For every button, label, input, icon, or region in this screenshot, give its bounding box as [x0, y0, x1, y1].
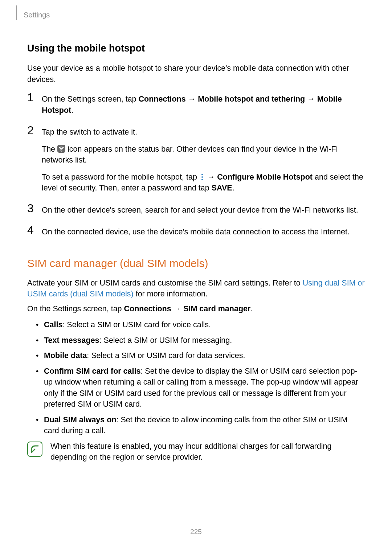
- more-options-icon: [200, 173, 204, 181]
- step-body: Tap the switch to activate it.: [42, 127, 365, 138]
- bold-save: SAVE: [212, 184, 232, 192]
- arrow: →: [171, 304, 183, 313]
- text: The: [42, 145, 57, 153]
- bold-configure: Configure Mobile Hotspot: [217, 173, 313, 181]
- note-text: When this feature is enabled, you may in…: [50, 441, 365, 463]
- step-2: 2 Tap the switch to activate it. The ico…: [27, 127, 365, 194]
- text: .: [250, 304, 253, 313]
- bold-sim-manager: SIM card manager: [183, 304, 250, 313]
- bullet-text: : Select a SIM or USIM for messaging.: [99, 336, 232, 345]
- step-body: On the other device's screen, search for…: [42, 205, 365, 216]
- step-body: On the Settings screen, tap Connections …: [42, 94, 365, 116]
- intro-text: Use your device as a mobile hotspot to s…: [27, 63, 365, 85]
- arrow: →: [186, 95, 198, 103]
- hotspot-icon: [57, 145, 65, 153]
- bullet-text: : Select a SIM or USIM card for data ser…: [87, 351, 245, 360]
- note-icon: [27, 442, 42, 457]
- breadcrumb: Settings: [24, 11, 365, 19]
- step-sub: To set a password for the mobile hotspot…: [42, 172, 365, 194]
- text: icon appears on the status bar. Other de…: [42, 145, 338, 165]
- svg-point-3: [201, 179, 203, 180]
- text: .: [232, 184, 234, 192]
- svg-point-1: [201, 174, 203, 175]
- step-number: 3: [27, 202, 34, 215]
- bullet-label: Text messages: [44, 336, 99, 345]
- list-item: Mobile data: Select a SIM or USIM card f…: [36, 350, 365, 361]
- heading-hotspot: Using the mobile hotspot: [27, 43, 365, 54]
- step-4: 4 On the connected device, use the devic…: [27, 226, 365, 238]
- step-sub: The icon appears on the status bar. Othe…: [42, 144, 365, 166]
- list-item: Confirm SIM card for calls: Set the devi…: [36, 366, 365, 410]
- bullet-text: : Select a SIM or USIM card for voice ca…: [62, 320, 211, 329]
- step-1: 1 On the Settings screen, tap Connection…: [27, 94, 365, 116]
- text: On the Settings screen, tap: [42, 95, 139, 103]
- step-3: 3 On the other device's screen, search f…: [27, 205, 365, 216]
- svg-point-0: [61, 151, 62, 152]
- text: To set a password for the mobile hotspot…: [42, 173, 199, 181]
- bold-connections: Connections: [139, 95, 186, 103]
- header-divider: [16, 5, 17, 20]
- text: Activate your SIM or USIM cards and cust…: [27, 279, 303, 287]
- step-number: 4: [27, 223, 34, 237]
- step-number: 1: [27, 91, 34, 104]
- steps-list: 1 On the Settings screen, tap Connection…: [27, 94, 365, 238]
- bold-hotspot-tethering: Mobile hotspot and tethering: [198, 95, 305, 103]
- bullet-label: Mobile data: [44, 351, 87, 360]
- arrow: →: [205, 173, 217, 181]
- sim-intro: Activate your SIM or USIM cards and cust…: [27, 278, 365, 300]
- sim-options-list: Calls: Select a SIM or USIM card for voi…: [36, 319, 365, 436]
- page-number: 225: [0, 528, 392, 536]
- bullet-label: Calls: [44, 320, 62, 329]
- text: On the Settings screen, tap: [27, 304, 124, 313]
- bold-connections: Connections: [124, 304, 171, 313]
- note-callout: When this feature is enabled, you may in…: [27, 441, 365, 463]
- text: for more information.: [134, 290, 208, 298]
- bullet-label: Dual SIM always on: [44, 415, 117, 424]
- sim-nav: On the Settings screen, tap Connections …: [27, 303, 365, 315]
- step-number: 2: [27, 124, 34, 137]
- list-item: Dual SIM always on: Set the device to al…: [36, 414, 365, 436]
- list-item: Calls: Select a SIM or USIM card for voi…: [36, 319, 365, 331]
- arrow: →: [305, 95, 317, 103]
- svg-point-2: [201, 176, 203, 178]
- text: .: [71, 106, 73, 115]
- step-body: On the connected device, use the device'…: [42, 226, 365, 238]
- page-content: Settings Using the mobile hotspot Use yo…: [0, 0, 392, 463]
- list-item: Text messages: Select a SIM or USIM for …: [36, 335, 365, 346]
- heading-sim-manager: SIM card manager (dual SIM models): [27, 257, 365, 270]
- bullet-label: Confirm SIM card for calls: [44, 367, 140, 376]
